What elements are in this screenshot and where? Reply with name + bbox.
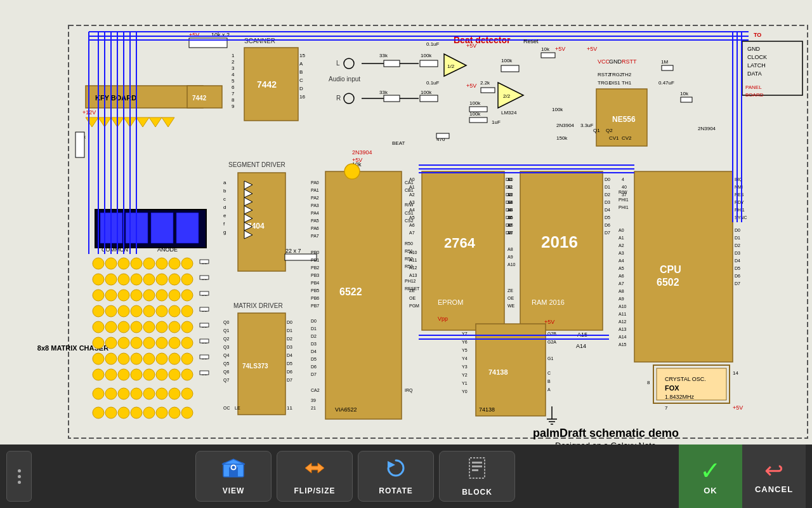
svg-text:D2: D2 (605, 192, 610, 197)
svg-text:c: c (223, 196, 226, 202)
svg-text:+5V: +5V (352, 157, 362, 163)
svg-rect-299 (422, 171, 504, 330)
svg-text:D4: D4 (311, 349, 317, 354)
svg-text:150k: 150k (556, 135, 568, 141)
svg-point-147 (118, 321, 129, 333)
svg-text:Q7: Q7 (223, 378, 229, 383)
svg-text:0.1uF: 0.1uF (426, 41, 440, 47)
rotate-label: ROTATE (379, 486, 413, 495)
svg-text:A9: A9 (508, 255, 513, 259)
schematic-area[interactable]: Beat detector L R Audio input 33k 33k 10… (0, 0, 812, 444)
svg-point-137 (93, 305, 104, 317)
toolbar-center: VIEW FLIP/SIZE ROTATE (195, 451, 515, 502)
svg-point-150 (156, 321, 167, 333)
svg-text:33k: 33k (379, 90, 388, 95)
dot-3 (18, 481, 21, 484)
ok-label: OK (704, 486, 717, 495)
svg-point-171 (118, 369, 129, 380)
svg-rect-466 (469, 458, 485, 478)
svg-rect-37 (436, 133, 449, 138)
svg-point-122 (105, 274, 117, 285)
svg-text:d: d (223, 204, 226, 210)
svg-text:a: a (223, 180, 226, 185)
svg-text:A: A (547, 387, 551, 392)
svg-point-140 (131, 305, 142, 317)
svg-text:15: 15 (299, 53, 305, 58)
block-label: BLOCK (462, 488, 492, 497)
svg-text:74138: 74138 (488, 368, 508, 376)
svg-text:RSTT: RSTT (622, 58, 637, 65)
view-button[interactable]: VIEW (195, 451, 272, 502)
svg-text:11: 11 (287, 405, 292, 411)
svg-text:PB1: PB1 (311, 258, 319, 262)
svg-text:D7: D7 (287, 378, 292, 382)
svg-point-127 (169, 274, 180, 285)
svg-text:GND: GND (747, 46, 761, 52)
svg-rect-468 (472, 465, 482, 467)
svg-point-123 (118, 274, 129, 285)
svg-point-153 (93, 337, 104, 349)
svg-marker-465 (388, 461, 395, 469)
svg-point-126 (156, 274, 167, 285)
svg-text:Reset: Reset (523, 38, 539, 44)
more-options-button[interactable] (6, 451, 32, 502)
svg-text:Q4: Q4 (223, 353, 229, 358)
svg-text:A2: A2 (508, 192, 513, 197)
svg-rect-64 (662, 65, 673, 70)
svg-rect-25 (481, 88, 495, 93)
svg-text:+5V: +5V (466, 43, 476, 49)
svg-rect-203 (200, 291, 209, 295)
svg-text:G2A: G2A (547, 340, 556, 344)
svg-text:A10: A10 (508, 262, 516, 267)
svg-point-180 (131, 388, 142, 399)
svg-text:PA6: PA6 (311, 226, 319, 231)
svg-point-161 (93, 353, 104, 364)
svg-text:A9: A9 (619, 297, 624, 301)
svg-text:C: C (299, 77, 303, 83)
svg-text:Y6: Y6 (462, 340, 468, 344)
svg-text:Vpp: Vpp (438, 316, 448, 322)
ok-button[interactable]: ✓ OK (679, 444, 742, 508)
cancel-button[interactable]: ↩ CANCEL (742, 444, 806, 508)
flip-size-button[interactable]: FLIP/SIZE (277, 451, 353, 502)
svg-text:CRYSTAL OSC.: CRYSTAL OSC. (665, 376, 706, 382)
svg-text:Y2: Y2 (462, 373, 468, 377)
block-button[interactable]: BLOCK (439, 451, 515, 502)
svg-text:A4: A4 (619, 258, 624, 263)
svg-point-155 (118, 337, 129, 349)
svg-text:A7: A7 (508, 231, 513, 235)
svg-text:+5V: +5V (466, 83, 476, 89)
svg-marker-460 (222, 459, 245, 464)
svg-text:40: 40 (622, 185, 627, 189)
svg-text:3: 3 (232, 65, 235, 71)
svg-point-164 (131, 353, 142, 364)
svg-text:2N3904: 2N3904 (698, 126, 716, 131)
svg-rect-66 (681, 97, 692, 102)
svg-text:1/2: 1/2 (447, 64, 455, 69)
svg-point-148 (131, 321, 142, 333)
svg-rect-359 (634, 171, 733, 362)
svg-text:A11: A11 (409, 258, 417, 262)
svg-text:7442: 7442 (257, 79, 277, 90)
svg-text:A: A (299, 61, 303, 67)
svg-text:SCANNER: SCANNER (244, 37, 275, 44)
svg-point-179 (118, 388, 129, 399)
svg-text:D3: D3 (311, 342, 317, 346)
svg-text:CA2: CA2 (311, 388, 320, 392)
svg-text:1uF: 1uF (492, 119, 501, 125)
svg-text:OE: OE (508, 296, 514, 300)
rotate-button[interactable]: ROTATE (358, 451, 434, 502)
svg-text:RDY: RDY (735, 200, 744, 204)
svg-text:PGM: PGM (409, 304, 419, 308)
svg-rect-201 (200, 260, 209, 264)
svg-text:A3: A3 (619, 251, 624, 255)
svg-text:VCC: VCC (598, 58, 610, 65)
svg-point-129 (93, 290, 104, 301)
svg-text:Q0: Q0 (223, 320, 229, 325)
svg-text:1.8432MHz: 1.8432MHz (665, 394, 695, 400)
svg-text:A13: A13 (409, 273, 417, 277)
svg-text:ZE: ZE (508, 288, 513, 293)
svg-text:100k: 100k (501, 58, 513, 64)
svg-text:D6: D6 (605, 223, 610, 227)
svg-text:CLOCK: CLOCK (747, 54, 767, 60)
